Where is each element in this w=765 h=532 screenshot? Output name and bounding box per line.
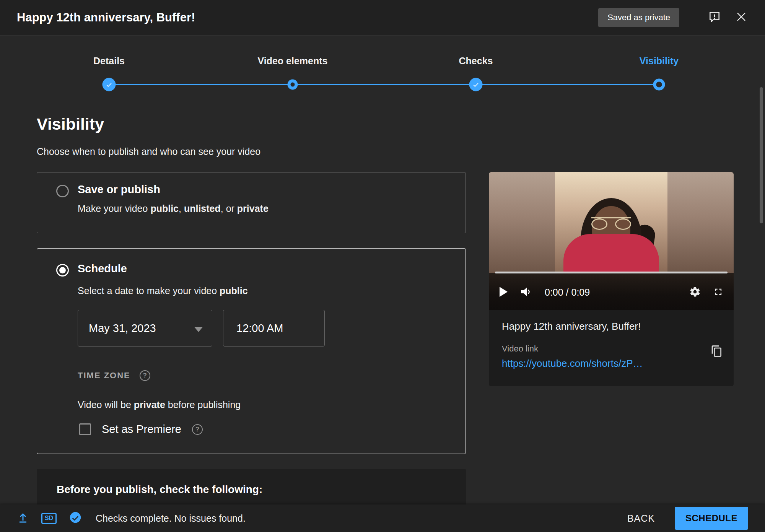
page-subtitle: Choose when to publish and who can see y… xyxy=(37,146,260,157)
upload-status-icon xyxy=(17,511,29,525)
feedback-button[interactable] xyxy=(708,11,721,24)
close-icon xyxy=(736,11,747,24)
time-display: 0:00 / 0:09 xyxy=(545,287,590,298)
video-player: 0:00 / 0:09 xyxy=(489,172,734,310)
video-link-label: Video link xyxy=(502,344,721,354)
video-preview-panel: 0:00 / 0:09 Happy 12th anniversary, Buff… xyxy=(489,172,734,386)
back-button[interactable]: BACK xyxy=(625,512,657,524)
play-button[interactable] xyxy=(499,286,508,299)
page-title: Visibility xyxy=(37,115,104,133)
pre-publish-checks-title: Before you publish, check the following: xyxy=(57,483,262,496)
person-shirt xyxy=(563,234,659,273)
seek-bar[interactable] xyxy=(495,272,728,273)
dialog-footer: SD Checks complete. No issues found. BAC… xyxy=(0,504,765,532)
close-button[interactable] xyxy=(734,11,748,24)
checks-status-text: Checks complete. No issues found. xyxy=(96,513,246,524)
schedule-label: Schedule xyxy=(78,262,127,275)
person-glasses xyxy=(591,217,631,230)
step-details-label: Details xyxy=(48,55,170,67)
schedule-card[interactable]: Schedule Select a date to make your vide… xyxy=(37,248,466,454)
timezone-row: TIME ZONE xyxy=(78,370,150,381)
saved-status-badge: Saved as private xyxy=(598,8,679,27)
sd-quality-badge: SD xyxy=(41,513,57,524)
step-visibility-dot-icon xyxy=(653,79,665,91)
schedule-desc: Select a date to make your video public xyxy=(78,285,248,296)
step-checks-check-icon xyxy=(469,78,483,91)
step-details-check-icon xyxy=(103,78,116,91)
fullscreen-button[interactable] xyxy=(713,286,724,299)
feedback-icon xyxy=(708,10,721,25)
premiere-row[interactable]: Set as Premiere xyxy=(79,423,203,436)
date-select[interactable]: May 31, 2023 xyxy=(78,310,212,347)
save-or-publish-label: Save or publish xyxy=(78,183,160,196)
premiere-checkbox[interactable] xyxy=(79,423,91,435)
settings-button[interactable] xyxy=(689,286,701,299)
preview-video-title: Happy 12th anniversary, Buffer! xyxy=(502,321,721,332)
step-checks-label: Checks xyxy=(415,55,537,67)
step-video-elements-label: Video elements xyxy=(231,55,354,67)
video-preview-frame xyxy=(489,172,734,273)
dialog-header: Happy 12th anniversary, Buffer! Saved as… xyxy=(0,0,765,36)
save-or-publish-radio[interactable] xyxy=(56,185,69,197)
volume-button[interactable] xyxy=(520,286,532,299)
video-controls-bar: 0:00 / 0:09 xyxy=(489,273,734,310)
chevron-down-icon xyxy=(194,327,203,332)
time-input-value: 12:00 AM xyxy=(236,322,283,334)
copy-link-button[interactable] xyxy=(711,345,723,359)
premiere-help-icon[interactable] xyxy=(192,424,203,435)
stepper-line xyxy=(109,84,660,85)
video-link[interactable]: https://youtube.com/shorts/zP… xyxy=(502,358,701,369)
dialog-title: Happy 12th anniversary, Buffer! xyxy=(17,11,598,24)
step-visibility-label: Visibility xyxy=(598,55,720,67)
step-video-elements-dot-icon xyxy=(288,80,298,90)
scrollbar-thumb[interactable] xyxy=(760,87,763,223)
timezone-label: TIME ZONE xyxy=(78,371,130,381)
upload-dialog: Happy 12th anniversary, Buffer! Saved as… xyxy=(0,0,765,532)
schedule-radio[interactable] xyxy=(56,264,69,277)
save-or-publish-desc: Make your video public, unlisted, or pri… xyxy=(78,203,269,214)
date-select-value: May 31, 2023 xyxy=(89,322,156,334)
premiere-label: Set as Premiere xyxy=(102,423,181,436)
schedule-button[interactable]: SCHEDULE xyxy=(675,507,748,530)
time-input[interactable]: 12:00 AM xyxy=(223,310,325,347)
video-info-card: Happy 12th anniversary, Buffer! Video li… xyxy=(489,310,734,386)
timezone-help-icon[interactable] xyxy=(140,370,150,381)
save-or-publish-card[interactable]: Save or publish Make your video public, … xyxy=(37,172,466,233)
private-before-publish-note: Video will be private before publishing xyxy=(78,399,241,410)
progress-stepper: Details Video elements Checks Visibility xyxy=(0,36,765,101)
checks-complete-icon xyxy=(69,511,82,525)
